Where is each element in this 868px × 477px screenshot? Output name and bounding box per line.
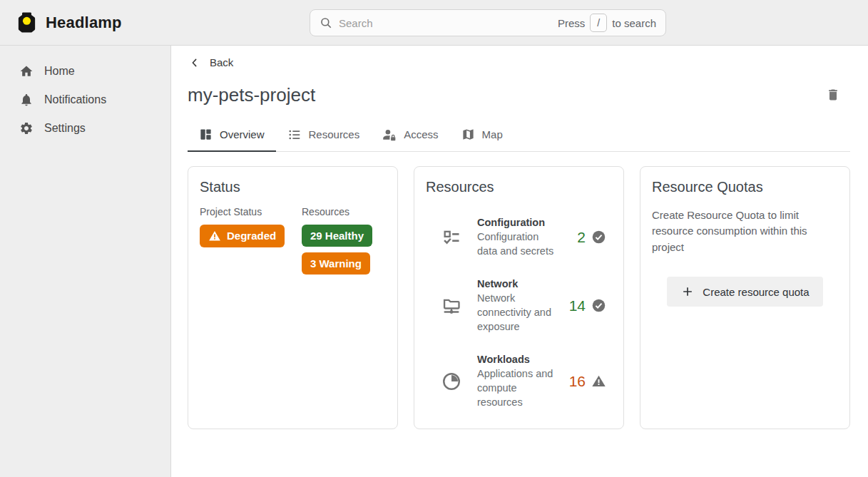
pie-chart-icon (441, 371, 462, 392)
status-badge-text: Degraded (227, 230, 276, 242)
list-icon (287, 128, 302, 142)
slash-keycap: / (590, 14, 607, 32)
check-circle-icon (591, 298, 606, 313)
resource-description: Network connectivity and exposure (477, 291, 561, 334)
resources-card: Resources Configuration (414, 166, 624, 429)
main-content: Back my-pets-project Overview (171, 46, 868, 477)
resource-count: 14 (569, 297, 586, 314)
status-card-title: Status (200, 179, 386, 195)
resource-quotas-card: Resource Quotas Create Resource Quota to… (640, 166, 850, 429)
resource-name: Network (477, 278, 561, 289)
status-badge-warning: 3 Warning (302, 252, 370, 275)
status-badge-text: 29 Healthy (310, 230, 364, 242)
project-tabs: Overview Resources Access (188, 122, 850, 152)
resource-row-network[interactable]: Network Network connectivity and exposur… (426, 278, 612, 334)
gear-icon (19, 121, 34, 135)
sidebar-item-label: Notifications (44, 93, 106, 106)
app-logo[interactable]: Headlamp (0, 11, 122, 34)
hint-press-text: Press (558, 17, 585, 29)
resource-count: 2 (577, 229, 586, 246)
checklist-icon (441, 227, 461, 247)
create-resource-quota-label: Create resource quota (703, 286, 809, 298)
sidebar-item-label: Settings (44, 122, 86, 135)
resource-name: Workloads (477, 354, 561, 365)
sidebar: Home Notifications Settings (0, 46, 171, 477)
headlamp-logo-icon (16, 11, 38, 34)
status-badge-degraded: Degraded (200, 225, 285, 247)
tab-resources[interactable]: Resources (276, 122, 372, 151)
folder-network-icon (441, 296, 461, 316)
app-name: Headlamp (46, 14, 122, 32)
home-icon (19, 64, 34, 78)
chevron-left-icon (189, 57, 200, 68)
back-label: Back (210, 56, 233, 68)
resources-card-title: Resources (426, 179, 612, 195)
resource-count: 16 (569, 373, 586, 390)
plus-icon (680, 284, 695, 299)
resource-row-workloads[interactable]: Workloads Applications and compute resou… (426, 354, 612, 409)
tab-label: Map (482, 128, 503, 140)
warning-triangle-icon (591, 374, 606, 389)
resource-description: Configuration data and secrets (477, 230, 561, 258)
warning-icon (208, 230, 221, 242)
hint-suffix-text: to search (612, 17, 656, 29)
dashboard-icon (199, 128, 213, 141)
project-status-label: Project Status (200, 206, 289, 217)
trash-icon (826, 88, 840, 102)
tab-overview[interactable]: Overview (188, 122, 276, 151)
map-icon (461, 128, 475, 141)
sidebar-item-notifications[interactable]: Notifications (0, 86, 170, 114)
page-title: my-pets-project (188, 84, 315, 106)
delete-project-button[interactable] (823, 85, 843, 105)
search-shortcut-hint: Press / to search (558, 14, 656, 32)
tab-access[interactable]: Access (371, 122, 449, 151)
resources-status-label: Resources (302, 206, 372, 217)
resource-name: Configuration (477, 217, 561, 228)
create-resource-quota-button[interactable]: Create resource quota (667, 277, 822, 307)
status-badge-text: 3 Warning (310, 257, 362, 270)
sidebar-item-settings[interactable]: Settings (0, 114, 170, 143)
tab-label: Overview (220, 128, 265, 140)
global-search-bar[interactable]: Press / to search (310, 9, 666, 36)
person-lock-icon (382, 128, 397, 142)
check-circle-icon (591, 230, 606, 245)
resource-row-configuration[interactable]: Configuration Configuration data and sec… (426, 217, 612, 258)
search-input[interactable] (339, 17, 551, 29)
search-icon (320, 16, 332, 29)
app-header: Headlamp Press / to search (0, 0, 868, 46)
resource-description: Applications and compute resources (477, 366, 561, 409)
status-card: Status Project Status Degraded (188, 166, 398, 429)
tab-map[interactable]: Map (450, 122, 514, 151)
tab-label: Resources (309, 128, 360, 140)
sidebar-item-label: Home (44, 65, 75, 78)
sidebar-item-home[interactable]: Home (0, 57, 170, 86)
bell-icon (19, 93, 34, 107)
resource-quotas-card-title: Resource Quotas (652, 179, 838, 195)
resource-quotas-description: Create Resource Quota to limit resource … (652, 207, 838, 256)
back-button[interactable]: Back (188, 54, 235, 71)
status-badge-healthy: 29 Healthy (302, 225, 372, 247)
tab-label: Access (404, 128, 438, 140)
